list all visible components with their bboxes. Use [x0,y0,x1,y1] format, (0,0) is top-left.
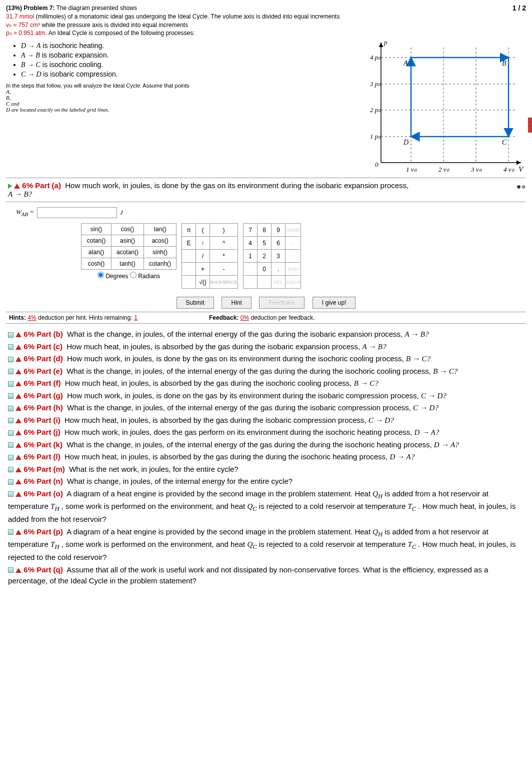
key-mul[interactable]: * [210,250,238,263]
next-page-button[interactable]: › [528,118,532,133]
key-lparen[interactable]: ( [196,224,210,237]
svg-text:2 p₀: 2 p₀ [370,106,381,114]
part-row: 6% Part (e) What is the change, in joule… [8,366,524,377]
part-row: 6% Part (q) Assume that all of the work … [8,564,524,587]
page-indicator: 1 / 2 [512,4,526,12]
pv-diagram: 4 p₀3 p₀ 2 p₀1 p₀ 1 v₀2 v₀ 3 v₀4 v₀ 0 pV… [356,38,526,178]
warning-icon [16,443,22,448]
key-tanh[interactable]: tanh() [112,258,144,270]
key-del[interactable]: DEL [272,276,286,289]
key-minus[interactable]: - [210,263,238,276]
part-row: 6% Part (n) What is change, in joules, o… [8,476,524,487]
giveup-button[interactable]: I give up! [312,297,356,309]
svg-text:A: A [403,60,408,67]
warning-icon [16,369,22,374]
key-left[interactable]: ← [286,237,301,250]
key-right[interactable]: → [286,250,301,263]
status-icon [8,357,14,362]
key-pi[interactable]: π [182,224,196,237]
warning-icon [16,467,22,472]
feedback-button[interactable]: Feedback [259,297,304,309]
key-1[interactable]: 1 [244,250,258,263]
key-dot[interactable]: . [272,263,286,276]
key-acos[interactable]: acos() [144,235,176,247]
key-cos[interactable]: cos() [112,224,144,235]
key-5[interactable]: 5 [258,237,272,250]
part-row: 6% Part (f) How much heat, in joules, is… [8,378,524,389]
key-clear[interactable]: CLEAR [286,276,301,289]
warning-icon [14,184,20,189]
warning-icon [16,455,22,460]
parts-list: 6% Part (b) What is the change, in joule… [6,324,526,592]
key-cosh[interactable]: cosh() [82,258,112,270]
svg-text:C: C [502,139,507,146]
warning-icon [16,406,22,411]
key-plus[interactable]: + [196,263,210,276]
key-0[interactable]: 0 [258,263,272,276]
key-9[interactable]: 9 [272,224,286,237]
status-icon [8,406,14,411]
part-row: 6% Part (o) A diagram of a heat engine i… [8,488,524,525]
key-3[interactable]: 3 [272,250,286,263]
key-7[interactable]: 7 [244,224,258,237]
svg-text:4 v₀: 4 v₀ [504,166,514,173]
key-div[interactable]: / [196,250,210,263]
warning-icon [16,381,22,386]
key-asin[interactable]: asin() [112,235,144,247]
key-rparen[interactable]: ) [210,224,238,237]
radio-radians[interactable]: Radians [130,273,160,280]
key-8[interactable]: 8 [258,224,272,237]
problem-label: Problem 7: [24,5,54,12]
warning-icon [16,357,22,362]
answer-unit: J [120,209,123,217]
function-keys: sin()cos()tan() cotan()asin()acos() atan… [81,223,176,270]
key-sin[interactable]: sin() [82,224,112,235]
key-6[interactable]: 6 [272,237,286,250]
status-icon [8,479,14,485]
warning-icon [16,492,22,497]
key-cotan[interactable]: cotan() [82,235,112,247]
part-row: 6% Part (p) A diagram of a heat engine i… [8,526,524,563]
part-row: 6% Part (b) What is the change, in joule… [8,329,524,340]
status-icon [8,491,14,497]
key-end[interactable]: END [286,263,301,276]
key-sinh[interactable]: sinh() [144,247,176,258]
radio-degrees[interactable]: Degrees [98,273,128,280]
action-buttons: Submit Hint Feedback I give up! [6,294,526,312]
answer-row: WAB = J [6,202,526,223]
part-row: 6% Part (k) What is the change, in joule… [8,439,524,451]
part-row: 6% Part (h) What is the change, in joule… [8,402,524,414]
status-icon [8,442,14,448]
svg-text:V: V [518,165,524,173]
part-row: 6% Part (d) How much work, in joules, is… [8,353,524,365]
symbol-keys: π() E↑^ /* +- √()BACKSPACE [182,223,238,289]
key-acotan[interactable]: acotan() [112,247,144,258]
svg-text:3 p₀: 3 p₀ [370,80,381,88]
svg-text:1 p₀: 1 p₀ [370,133,381,140]
submit-button[interactable]: Submit [176,297,214,309]
key-atan[interactable]: atan() [82,247,112,258]
warning-icon [16,568,22,573]
key-sqrt[interactable]: √() [196,276,210,289]
problem-header: (13%) Problem 7: The diagram presented s… [6,4,340,38]
status-icon [8,381,14,387]
key-2[interactable]: 2 [258,250,272,263]
svg-text:2 v₀: 2 v₀ [438,166,450,173]
key-4[interactable]: 4 [244,237,258,250]
number-keys: 789HOME 456← 123→ 0.END DELCLEAR [243,223,301,289]
key-cotanh[interactable]: cotanh() [144,258,176,270]
key-home[interactable]: HOME [286,224,301,237]
status-icon [8,529,14,535]
svg-text:D: D [403,139,408,146]
answer-input[interactable] [37,207,117,218]
key-tan[interactable]: tan() [144,224,176,235]
status-icon [8,567,14,573]
carousel-dots[interactable]: ●● [356,182,526,191]
key-up[interactable]: ↑ [196,237,210,250]
play-icon [8,184,12,189]
hint-button[interactable]: Hint [222,297,251,309]
key-caret[interactable]: ^ [210,237,238,250]
key-backspace[interactable]: BACKSPACE [210,276,238,289]
assumption-note: In the steps that follow, you will analy… [6,83,346,113]
key-e[interactable]: E [182,237,196,250]
